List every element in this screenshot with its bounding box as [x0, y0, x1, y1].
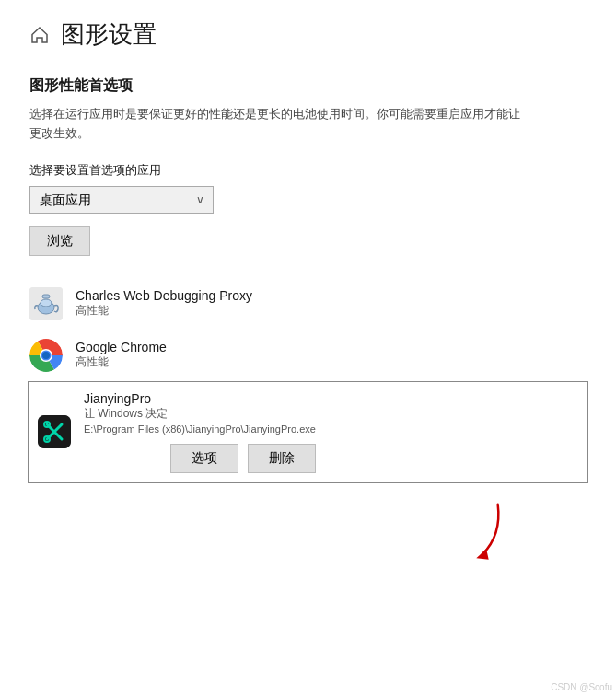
charles-app-status: 高性能 — [76, 303, 252, 319]
action-buttons: 选项 删除 — [84, 444, 316, 473]
page-container: 图形设置 图形性能首选项 选择在运行应用时是要保证更好的性能还是更长的电池使用时… — [0, 0, 616, 696]
chrome-app-info: Google Chrome 高性能 — [76, 340, 167, 370]
svg-marker-11 — [476, 549, 488, 560]
app-item-charles[interactable]: Charles Web Debugging Proxy 高性能 — [29, 278, 587, 330]
chrome-app-icon — [29, 339, 63, 372]
page-title: 图形设置 — [61, 18, 157, 51]
header-row: 图形设置 — [29, 18, 587, 51]
jianying-app-name: JianyingPro — [84, 391, 316, 406]
svg-point-7 — [42, 352, 50, 359]
browse-button[interactable]: 浏览 — [29, 226, 90, 256]
jianying-app-path: E:\Program Files (x86)\JianyingPro\Jiany… — [84, 423, 316, 435]
description-text: 选择在运行应用时是要保证更好的性能还是更长的电池使用时间。你可能需要重启应用才能… — [29, 105, 527, 144]
chrome-app-name: Google Chrome — [76, 340, 167, 354]
chrome-app-status: 高性能 — [76, 354, 167, 370]
charles-app-name: Charles Web Debugging Proxy — [76, 288, 252, 303]
app-type-dropdown[interactable]: 桌面应用 — [29, 186, 214, 214]
remove-button[interactable]: 删除 — [248, 444, 316, 473]
svg-rect-3 — [42, 295, 50, 298]
charles-app-info: Charles Web Debugging Proxy 高性能 — [76, 288, 252, 319]
jianying-app-status: 让 Windows 决定 — [84, 406, 316, 422]
select-label: 选择要设置首选项的应用 — [29, 162, 587, 179]
arrow-annotation — [459, 494, 506, 572]
watermark: CSDN @Scofu — [551, 682, 612, 692]
jianying-app-info: JianyingPro 让 Windows 决定 E:\Program File… — [84, 391, 316, 473]
section-title: 图形性能首选项 — [29, 76, 587, 96]
home-icon[interactable] — [29, 25, 50, 45]
options-button[interactable]: 选项 — [170, 444, 238, 473]
app-list: Charles Web Debugging Proxy 高性能 — [29, 278, 587, 483]
app-item-chrome[interactable]: Google Chrome 高性能 — [29, 330, 587, 381]
jianying-app-icon — [38, 415, 71, 448]
app-type-dropdown-wrapper: 桌面应用 ∨ — [29, 186, 214, 214]
charles-app-icon — [29, 287, 63, 320]
svg-point-2 — [41, 299, 52, 307]
app-item-jianying[interactable]: JianyingPro 让 Windows 决定 E:\Program File… — [28, 381, 588, 483]
